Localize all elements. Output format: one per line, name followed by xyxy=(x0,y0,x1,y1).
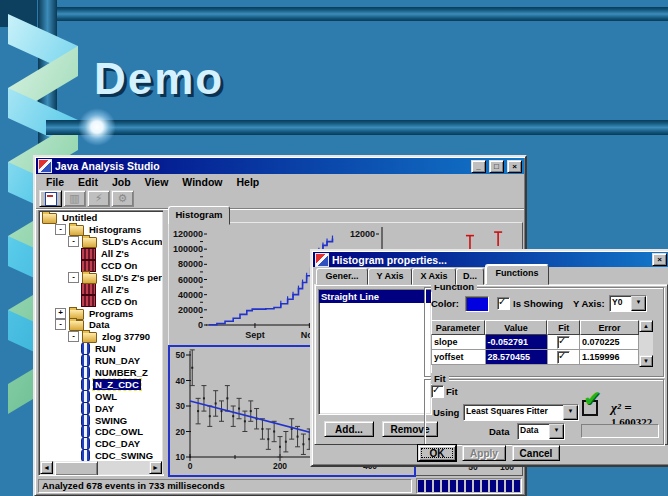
parameter-cell: yoffset xyxy=(431,350,486,365)
status-text: Analyzed 678 events in 733 milliseconds xyxy=(38,479,412,493)
fit-row-checkbox[interactable]: ✓ xyxy=(557,351,570,364)
app-titlebar[interactable]: Java Analysis Studio _ □ × xyxy=(36,158,524,174)
svg-text:40: 40 xyxy=(176,376,186,386)
menu-job[interactable]: Job xyxy=(105,176,138,188)
tree-hscrollbar[interactable]: ◄ ► xyxy=(40,461,162,474)
dialog-close-button[interactable]: × xyxy=(652,253,667,266)
collapse-icon[interactable]: - xyxy=(68,236,79,247)
tree-item-cdc-owl[interactable]: CDC_OWL xyxy=(40,426,162,438)
tree-item-label: zlog 37790 xyxy=(100,331,152,342)
value-cell[interactable]: -0.052791 xyxy=(486,335,549,350)
maximize-button[interactable]: □ xyxy=(489,160,504,173)
chevron-down-icon[interactable]: ▼ xyxy=(563,405,578,420)
menu-view[interactable]: View xyxy=(138,176,176,188)
fit-cell: ✓ xyxy=(548,335,580,350)
y-axis-combo[interactable]: Y0 ▼ xyxy=(609,295,647,312)
tree-item-sld-s-accumulated-z[interactable]: -SLD's Accumulated Z xyxy=(40,236,162,248)
menu-edit[interactable]: Edit xyxy=(71,176,105,188)
value-cell[interactable]: 28.570455 xyxy=(486,350,549,365)
scroll-right-button[interactable]: ► xyxy=(149,461,162,474)
tree-item-ccd-on[interactable]: CCD On xyxy=(40,295,162,307)
check-icon: ✓ xyxy=(558,350,566,361)
slide-title: Demo xyxy=(94,54,224,104)
scroll-down-button[interactable]: ▼ xyxy=(639,355,653,367)
collapse-icon[interactable]: - xyxy=(55,224,66,235)
collapse-icon[interactable]: - xyxy=(55,319,66,330)
chevron-down-icon[interactable]: ▼ xyxy=(549,424,564,439)
tree-item-sld-s-z-s-per-unit-tri[interactable]: -SLD's Z's per Unit Tri xyxy=(40,271,162,283)
table-vscrollbar[interactable]: ▲ ▼ xyxy=(639,320,653,367)
menu-file[interactable]: File xyxy=(39,176,71,188)
fit-row-checkbox[interactable]: ✓ xyxy=(557,336,570,349)
minimize-button[interactable]: _ xyxy=(471,160,486,173)
collapse-icon[interactable]: - xyxy=(68,272,79,283)
ok-button[interactable]: OK xyxy=(418,445,456,461)
cancel-button[interactable]: Cancel xyxy=(512,445,560,461)
error-cell: 1.159996 xyxy=(580,350,639,365)
tree-item-programs[interactable]: +Programs xyxy=(40,307,162,319)
data-combo[interactable]: Data ▼ xyxy=(517,423,565,440)
tree-item-ccd-on[interactable]: CCD On xyxy=(40,260,162,272)
error-cell: 0.070225 xyxy=(580,335,639,350)
function-list-item-straight-line[interactable]: Straight Line xyxy=(319,290,431,303)
tree-item-label: RUN_DAY xyxy=(93,355,142,366)
tree-item-label: Programs xyxy=(87,308,135,319)
tree-item-owl[interactable]: OWL xyxy=(40,390,162,402)
dialog-tab-d[interactable]: D... xyxy=(456,268,484,285)
copy-document-button[interactable]: ▥ xyxy=(63,190,86,207)
dialog-tab-gener[interactable]: Gener... xyxy=(316,268,368,285)
tab-histogram[interactable]: Histogram xyxy=(168,206,230,225)
run-job-button[interactable]: ⚡ xyxy=(87,190,110,207)
scrollbar-thumb[interactable] xyxy=(54,461,98,476)
tree-item-untitled[interactable]: Untitled xyxy=(40,212,162,224)
panel-splitter[interactable] xyxy=(163,210,167,474)
chevron-down-icon[interactable]: ▼ xyxy=(631,296,646,311)
decor-mid-bar xyxy=(46,120,668,135)
function-list[interactable]: Straight Line xyxy=(318,289,432,415)
decor-glow-sphere xyxy=(78,108,116,146)
add-button[interactable]: Add... xyxy=(324,421,374,437)
collapse-icon[interactable]: - xyxy=(68,331,79,342)
tree-item-label: SLD's Accumulated Z xyxy=(100,236,162,247)
dialog-tab-functions[interactable]: Functions xyxy=(485,264,549,285)
svg-text:60000: 60000 xyxy=(178,275,203,285)
hist-icon xyxy=(81,248,96,260)
column-header-value[interactable]: Value xyxy=(485,320,548,335)
apply-button[interactable]: Apply xyxy=(462,445,506,461)
open-document-button[interactable] xyxy=(39,190,62,207)
expand-icon[interactable]: + xyxy=(55,308,66,319)
menu-help[interactable]: Help xyxy=(230,176,267,188)
tree-item-number-z[interactable]: NUMBER_Z xyxy=(40,367,162,379)
tree-item-n-z-cdc[interactable]: N_Z_CDC xyxy=(40,378,162,390)
color-swatch[interactable] xyxy=(465,296,489,312)
svg-text:100000: 100000 xyxy=(173,244,203,254)
fitter-combo[interactable]: Least Squares Fitter ▼ xyxy=(463,404,579,421)
dialog-tab-y-axis[interactable]: Y Axis xyxy=(368,268,412,285)
menubar: FileEditJobViewWindowHelp xyxy=(36,175,524,189)
tree-item-data[interactable]: -Data xyxy=(40,319,162,331)
tree-item-cdc-swing[interactable]: CDC_SWING xyxy=(40,450,162,461)
table-header-row: ParameterValueFitError xyxy=(431,320,639,335)
tree-item-day[interactable]: DAY xyxy=(40,402,162,414)
column-header-fit[interactable]: Fit xyxy=(547,320,580,335)
scroll-left-button[interactable]: ◄ xyxy=(40,461,53,474)
column-header-parameter[interactable]: Parameter xyxy=(431,320,485,335)
tree-item-swing[interactable]: SWING xyxy=(40,414,162,426)
column-header-error[interactable]: Error xyxy=(580,320,639,335)
tree-item-histograms[interactable]: -Histograms xyxy=(40,224,162,236)
settings-button[interactable]: ⚙ xyxy=(111,190,134,207)
tree-item-cdc-day[interactable]: CDC_DAY xyxy=(40,438,162,450)
dialog-tab-x-axis[interactable]: X Axis xyxy=(412,268,456,285)
close-button[interactable]: × xyxy=(507,160,522,173)
tree-item-zlog-37790[interactable]: -zlog 37790 xyxy=(40,331,162,343)
fit-checkbox[interactable]: ✓ xyxy=(431,385,444,398)
is-showing-checkbox[interactable]: ✓ xyxy=(497,297,510,310)
hist-icon xyxy=(81,283,96,295)
tree-item-run[interactable]: RUN xyxy=(40,343,162,355)
tree-item-all-z-s[interactable]: All Z's xyxy=(40,248,162,260)
menu-window[interactable]: Window xyxy=(175,176,229,188)
scrollbar-track[interactable] xyxy=(98,461,149,474)
tree-item-all-z-s[interactable]: All Z's xyxy=(40,283,162,295)
scroll-up-button[interactable]: ▲ xyxy=(639,320,653,332)
tree-item-run-day[interactable]: RUN_DAY xyxy=(40,355,162,367)
